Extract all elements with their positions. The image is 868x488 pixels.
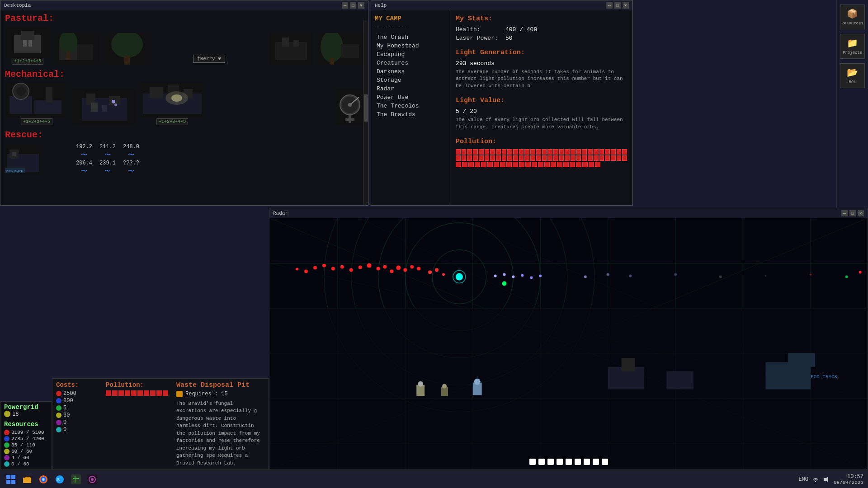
svg-point-113: [764, 275, 766, 277]
page-dot-5[interactable]: [566, 459, 572, 465]
taskbar-time: 10:57: [834, 474, 863, 480]
steam-button[interactable]: S: [53, 473, 66, 486]
svg-point-49: [348, 103, 352, 107]
svg-rect-53: [12, 152, 16, 156]
cost-val-2: 800: [63, 398, 73, 404]
mech-badge-2: +1+2+3+4+5: [156, 118, 188, 125]
svg-rect-4: [28, 40, 32, 47]
svg-point-80: [456, 273, 463, 281]
building-item-3[interactable]: [104, 33, 150, 65]
game-close-btn[interactable]: ✕: [358, 2, 364, 9]
taskbar-lang: ENG: [798, 476, 808, 483]
mech-building-3[interactable]: +1+2+3+4+5: [141, 82, 204, 125]
radar-minimize-btn[interactable]: ─: [841, 210, 848, 216]
projects-widget[interactable]: 📁 Projects: [840, 34, 865, 59]
page-dot-2[interactable]: [538, 459, 545, 465]
game-titlebar: Desktopia ─ □ ✕: [0, 0, 368, 10]
cost-row-3: 5: [56, 405, 97, 411]
berry-badge[interactable]: †Berry ♥: [193, 55, 225, 63]
nav-the-crash[interactable]: The Crash: [375, 33, 446, 42]
pollution-row-3: [456, 162, 627, 167]
game-scrollbar[interactable]: [363, 20, 368, 205]
mech-building-1[interactable]: +1+2+3+4+5: [5, 82, 68, 125]
health-value: 400 / 400: [505, 26, 537, 33]
pollution-title: Pollution:: [456, 138, 627, 145]
poll-cell: [530, 149, 535, 155]
nav-escaping[interactable]: Escaping: [375, 50, 446, 59]
desktopia-button[interactable]: [86, 473, 99, 486]
game-maximize-btn[interactable]: □: [350, 2, 356, 9]
nav-trecolos[interactable]: The Trecolos: [375, 102, 446, 110]
mech-building-2[interactable]: [73, 89, 136, 125]
svg-rect-21: [341, 44, 359, 58]
radar-maximize-btn[interactable]: □: [849, 210, 856, 216]
nav-radar[interactable]: Radar: [375, 84, 446, 93]
nav-bravids[interactable]: The Bravids: [375, 110, 446, 119]
game-button[interactable]: [70, 473, 82, 486]
page-dot-4[interactable]: [557, 459, 563, 465]
svg-rect-13: [124, 56, 130, 65]
game-minimize-btn[interactable]: ─: [342, 2, 348, 9]
svg-rect-3: [23, 40, 27, 47]
poll-cell: [553, 149, 558, 155]
svg-rect-119: [622, 358, 635, 371]
nav-creatures[interactable]: Creatures: [375, 59, 446, 67]
building-pastural-4: [269, 33, 314, 65]
light-gen-desc: The average number of seconds it takes f…: [456, 69, 627, 89]
svg-point-90: [383, 265, 387, 269]
radar-title: Radar: [273, 211, 288, 216]
res-icon-red: [4, 430, 9, 435]
building-item-4[interactable]: [269, 33, 314, 65]
poll-cell: [611, 149, 616, 155]
svg-text:S: S: [57, 478, 60, 483]
nav-darkness[interactable]: Darkness: [375, 67, 446, 76]
cost-icon-blue: [56, 398, 61, 404]
resources-widget[interactable]: 📦 Resources: [840, 5, 865, 29]
page-dot-3[interactable]: [547, 459, 554, 465]
svg-point-114: [810, 274, 811, 276]
page-dot-1[interactable]: [529, 459, 536, 465]
svg-point-137: [42, 478, 45, 481]
nav-my-homestead[interactable]: My Homestead: [375, 42, 446, 50]
firefox-button[interactable]: [37, 473, 50, 486]
cost-row-2: 800: [56, 398, 97, 404]
building-item-5[interactable]: [318, 33, 363, 65]
svg-point-116: [859, 271, 862, 274]
svg-point-92: [396, 266, 401, 270]
windows-logo-icon: [6, 475, 15, 484]
nav-storage[interactable]: Storage: [375, 76, 446, 84]
cost-val-6: 0: [63, 427, 66, 433]
building-item-2[interactable]: [55, 33, 100, 65]
cost-val-3: 5: [63, 405, 66, 411]
building-item[interactable]: +1+2+3+4+5: [5, 26, 50, 65]
help-close-btn[interactable]: ✕: [623, 2, 629, 9]
right-sidebar: 📦 Resources 📁 Projects 📂 BOL: [836, 0, 868, 208]
svg-rect-38: [150, 87, 163, 98]
page-dot-8[interactable]: [593, 459, 599, 465]
nav-power-use[interactable]: Power Use: [375, 93, 446, 102]
svg-point-115: [845, 276, 848, 278]
coord-3: 248.0: [120, 144, 142, 150]
res-val-4: 60 / 60: [11, 449, 32, 454]
poll-cell: [599, 149, 604, 155]
pollution-indicator: [106, 390, 168, 396]
file-explorer-button[interactable]: [21, 473, 33, 486]
requires-text: Requires : 15: [185, 391, 228, 397]
panel-pollution-title: Pollution:: [106, 381, 168, 389]
svg-point-101: [494, 275, 497, 277]
rescue-building[interactable]: POD-TRACK: [5, 145, 41, 174]
page-dot-9[interactable]: [602, 459, 608, 465]
light-val-desc: The value of every light orb collected w…: [456, 117, 627, 131]
page-dot-6[interactable]: [575, 459, 581, 465]
help-maximize-btn[interactable]: □: [614, 2, 621, 9]
help-minimize-btn[interactable]: ─: [606, 2, 613, 9]
scrollbar-thumb: [364, 94, 368, 122]
radar-close-btn[interactable]: ✕: [858, 210, 864, 216]
start-button[interactable]: [5, 473, 17, 486]
svg-text:POD-TRACK: POD-TRACK: [6, 169, 24, 173]
mech-building-svg-2: [73, 89, 136, 125]
page-dot-7[interactable]: [584, 459, 590, 465]
res-val-1: 3189 / 5100: [11, 430, 44, 435]
radar-dish[interactable]: [336, 89, 363, 125]
bol-widget[interactable]: 📂 BOL: [840, 63, 865, 88]
